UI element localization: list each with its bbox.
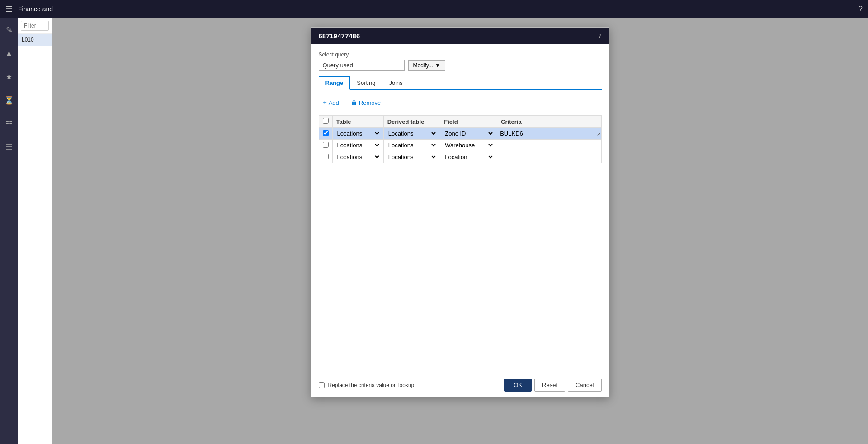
ok-button[interactable]: OK xyxy=(504,379,532,392)
tab-range[interactable]: Range xyxy=(319,76,350,90)
modify-chevron-icon: ▼ xyxy=(435,62,440,69)
main-layout: ✎ ▲ ★ ⏳ ☷ ☰ L010 68719477486 ? xyxy=(0,18,868,444)
tabs: Range Sorting Joins xyxy=(319,76,602,90)
filter-icon[interactable]: ▲ xyxy=(1,45,17,61)
add-plus-icon: + xyxy=(323,99,327,106)
row1-criteria-cell: ↗ xyxy=(497,128,601,140)
modify-button[interactable]: Modify... ▼ xyxy=(408,60,445,71)
tab-joins-label: Joins xyxy=(389,79,402,86)
tab-range-label: Range xyxy=(326,79,344,86)
footer-left: Replace the criteria value on lookup xyxy=(319,382,415,388)
list-icon[interactable]: ☷ xyxy=(1,116,17,132)
lookup-checkbox[interactable] xyxy=(319,382,325,388)
row2-field-cell: Warehouse xyxy=(440,140,497,151)
row3-check-cell xyxy=(319,151,332,163)
menu-icon[interactable]: ☰ xyxy=(1,139,17,155)
dialog-header: 68719477486 ? xyxy=(311,28,609,44)
row1-derived-cell: Locations xyxy=(383,128,440,140)
row1-field-cell: Zone ID xyxy=(440,128,497,140)
row2-table-select[interactable]: Locations xyxy=(335,141,381,149)
row1-check-cell xyxy=(319,128,332,140)
table-row: Locations Locations xyxy=(319,140,601,151)
criteria-expand-icon[interactable]: ↗ xyxy=(597,131,600,136)
col-criteria: Criteria xyxy=(497,116,601,128)
app-title: Finance and xyxy=(18,5,53,13)
tab-joins[interactable]: Joins xyxy=(382,76,409,89)
top-bar: ☰ Finance and ? xyxy=(0,0,868,18)
col-check xyxy=(319,116,332,128)
remove-icon: 🗑 xyxy=(351,99,357,106)
star-icon[interactable]: ★ xyxy=(1,69,17,85)
reset-button[interactable]: Reset xyxy=(534,379,565,392)
sidebar: ✎ ▲ ★ ⏳ ☷ ☰ xyxy=(0,18,18,444)
tab-sorting[interactable]: Sorting xyxy=(350,76,382,89)
modify-label: Modify... xyxy=(413,62,433,69)
lookup-label[interactable]: Replace the criteria value on lookup xyxy=(328,382,415,388)
row1-table-cell: Locations xyxy=(332,128,383,140)
row3-criteria-cell xyxy=(497,151,601,163)
col-derived-table: Derived table xyxy=(383,116,440,128)
left-panel: L010 xyxy=(18,18,52,444)
toolbar: + Add 🗑 Remove xyxy=(319,95,602,110)
row3-field-select[interactable]: Location xyxy=(443,153,494,161)
query-input[interactable] xyxy=(319,60,405,71)
query-dialog: 68719477486 ? Select query Modify... ▼ xyxy=(311,27,609,397)
row1-derived-select[interactable]: Locations xyxy=(387,130,438,137)
row1-field-select[interactable]: Zone ID xyxy=(443,130,494,137)
row2-derived-cell: Locations xyxy=(383,140,440,151)
help-icon[interactable]: ? xyxy=(859,5,863,13)
resize-handle-right[interactable] xyxy=(866,18,868,444)
row2-field-select[interactable]: Warehouse xyxy=(443,141,494,149)
filter-area xyxy=(18,18,52,34)
dialog-body: Select query Modify... ▼ Range xyxy=(311,44,609,373)
dialog-spacer xyxy=(319,168,602,365)
row3-field-cell: Location xyxy=(440,151,497,163)
dialog-title: 68719477486 xyxy=(319,32,360,40)
range-table: Table Derived table Field xyxy=(319,115,602,163)
row3-table-select[interactable]: Locations xyxy=(335,153,381,161)
range-table-container: Table Derived table Field xyxy=(319,115,602,163)
add-button[interactable]: + Add xyxy=(319,97,344,108)
tab-sorting-label: Sorting xyxy=(357,79,375,86)
row1-table-select[interactable]: Locations xyxy=(335,130,381,137)
query-row: Modify... ▼ xyxy=(319,60,602,71)
add-label: Add xyxy=(329,99,339,106)
row2-derived-select[interactable]: Locations xyxy=(387,141,438,149)
row3-derived-select[interactable]: Locations xyxy=(387,153,438,161)
table-row: Locations Locations xyxy=(319,151,601,163)
col-table: Table xyxy=(332,116,383,128)
row3-table-cell: Locations xyxy=(332,151,383,163)
dialog-overlay: 68719477486 ? Select query Modify... ▼ xyxy=(52,18,868,444)
row2-check-cell xyxy=(319,140,332,151)
edit-icon[interactable]: ✎ xyxy=(1,22,17,38)
select-query-label: Select query xyxy=(319,51,602,58)
row2-criteria-input[interactable] xyxy=(500,142,598,149)
row3-checkbox[interactable] xyxy=(323,154,329,159)
row2-criteria-cell xyxy=(497,140,601,151)
footer-buttons: OK Reset Cancel xyxy=(504,379,601,392)
main-area: L010 68719477486 ? Select query xyxy=(18,18,868,444)
row3-criteria-input[interactable] xyxy=(500,154,598,160)
row2-checkbox[interactable] xyxy=(323,142,329,148)
row3-derived-cell: Locations xyxy=(383,151,440,163)
history-icon[interactable]: ⏳ xyxy=(1,92,17,108)
table-row: Locations Locations xyxy=(319,128,601,140)
select-all-checkbox[interactable] xyxy=(323,118,329,124)
col-field: Field xyxy=(440,116,497,128)
dialog-footer: Replace the criteria value on lookup OK … xyxy=(311,373,609,397)
dialog-help-icon[interactable]: ? xyxy=(598,33,601,39)
list-item[interactable]: L010 xyxy=(18,34,52,46)
list-item-label: L010 xyxy=(22,37,34,43)
row1-checkbox[interactable] xyxy=(323,130,329,136)
remove-button[interactable]: 🗑 Remove xyxy=(346,97,385,108)
select-query-section: Select query Modify... ▼ xyxy=(319,51,602,71)
filter-input[interactable] xyxy=(21,21,49,31)
cancel-button[interactable]: Cancel xyxy=(568,379,601,392)
resize-handle-bottom[interactable] xyxy=(52,442,868,444)
row1-criteria-input[interactable] xyxy=(500,130,598,137)
remove-label: Remove xyxy=(359,99,381,106)
row2-table-cell: Locations xyxy=(332,140,383,151)
hamburger-icon[interactable]: ☰ xyxy=(5,4,13,14)
